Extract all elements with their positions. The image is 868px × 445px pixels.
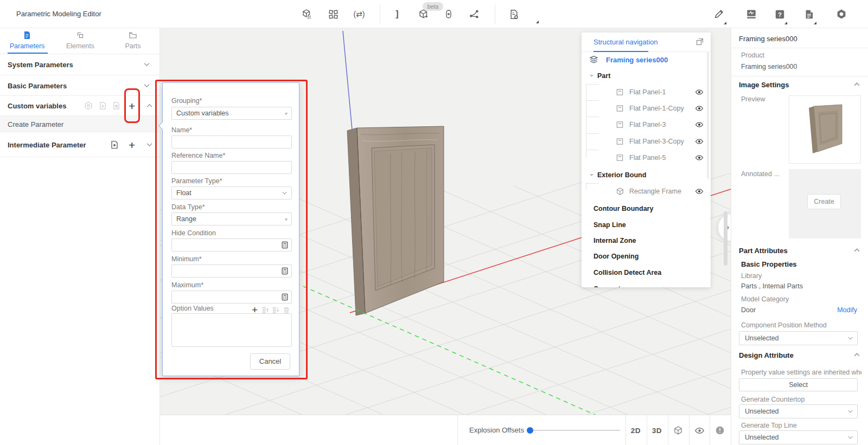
tab-parts[interactable]: Parts — [108, 31, 157, 50]
select-button[interactable]: Select — [739, 378, 858, 391]
document-log-icon[interactable] — [800, 5, 818, 23]
nav-title[interactable]: Structural navigation — [593, 38, 658, 46]
chevron-down-icon[interactable] — [143, 82, 150, 89]
grouping-select[interactable]: Custom variables ▾ — [171, 107, 292, 120]
intermediate-parameter-row[interactable]: Intermediate Parameter + — [0, 133, 160, 157]
file-star-icon[interactable] — [110, 140, 119, 149]
expand-panel-icon[interactable] — [695, 37, 704, 46]
section-custom-variables[interactable]: Custom variables + — [0, 96, 160, 115]
tree-item-rectangle-frame[interactable]: Rectangle Frame — [582, 183, 711, 199]
nav-group-exterior-bound[interactable]: Exterior Bound — [582, 167, 711, 183]
expander-triangle-icon[interactable] — [589, 173, 594, 178]
create-annotated-button[interactable]: Create — [807, 194, 841, 209]
delete-option-icon[interactable] — [283, 306, 290, 314]
cabinet-door-model[interactable] — [347, 126, 444, 315]
help-icon[interactable]: ? — [770, 5, 789, 23]
hide-condition-input[interactable] — [171, 238, 292, 251]
settings-nut-icon[interactable] — [832, 5, 851, 23]
edit-pencil-icon[interactable] — [710, 5, 728, 23]
move-option-up-icon[interactable] — [262, 306, 270, 314]
hexagon-gear-icon[interactable] — [84, 101, 93, 110]
maximum-input[interactable] — [171, 291, 292, 304]
minimum-input[interactable] — [171, 265, 292, 278]
add-parameter-button[interactable]: + — [129, 100, 135, 112]
reference-name-input[interactable] — [171, 161, 292, 174]
chevron-down-icon[interactable] — [146, 141, 153, 149]
visibility-eye-icon[interactable] — [695, 120, 704, 129]
cancel-button[interactable]: Cancel — [250, 353, 290, 370]
view-2d-button[interactable]: 2D — [626, 415, 646, 445]
tab-parameters[interactable]: Parameters — [3, 31, 52, 50]
component-library-icon[interactable] — [298, 5, 316, 23]
nav-scrollbar-thumb[interactable] — [707, 52, 709, 179]
file-star-icon[interactable] — [99, 102, 107, 110]
formula-calculator-icon[interactable] — [281, 293, 289, 301]
option-values-list[interactable] — [171, 313, 292, 347]
nav-group-snap-line[interactable]: Snap Line — [582, 217, 711, 233]
tab-elements[interactable]: Elements — [56, 31, 105, 50]
chevron-up-icon[interactable] — [853, 351, 860, 358]
section-system-parameters[interactable]: System Parameters — [0, 54, 160, 75]
nav-group-part[interactable]: Part — [582, 68, 711, 84]
part-attributes-header[interactable]: Part Attributes — [739, 247, 788, 255]
bracket-tool-icon[interactable]: ] — [388, 5, 406, 23]
move-option-down-icon[interactable] — [272, 306, 280, 314]
document-export-icon[interactable] — [505, 5, 523, 23]
data-type-select[interactable]: Range ▾ — [171, 212, 292, 225]
nav-group-contour-boundary[interactable]: Contour Boundary — [582, 201, 711, 217]
generate-countertop-select[interactable]: Unselected — [739, 404, 858, 418]
share-branch-icon[interactable] — [465, 5, 483, 23]
create-parameter-form: Grouping* Custom variables ▾ Name* Refer… — [162, 82, 299, 376]
tree-item-flat-panel[interactable]: Flat Panel-1-Copy — [582, 100, 711, 117]
section-basic-parameters[interactable]: Basic Parameters — [0, 75, 160, 96]
tree-item-flat-panel[interactable]: Flat Panel-3-Copy — [582, 133, 711, 150]
modify-link[interactable]: Modify — [837, 306, 857, 314]
active-tab-underline — [8, 53, 48, 54]
chevron-up-icon[interactable] — [853, 247, 860, 254]
create-parameter-row[interactable]: Create Parameter — [0, 115, 160, 132]
swap-axes-icon[interactable]: (⇄) — [350, 5, 368, 23]
chevron-up-icon[interactable] — [146, 102, 153, 109]
library-label: Library — [741, 272, 762, 280]
tree-item-flat-panel[interactable]: Flat Panel-3 — [582, 117, 711, 133]
warning-icon[interactable] — [710, 415, 730, 445]
tree-item-flat-panel[interactable]: Flat Panel-5 — [582, 150, 711, 166]
chevron-down-icon[interactable] — [143, 61, 150, 68]
tree-item-flat-panel[interactable]: Flat Panel-1 — [582, 84, 711, 100]
formula-calculator-icon[interactable] — [281, 267, 289, 275]
name-input[interactable] — [171, 136, 292, 149]
nav-group-internal-zone[interactable]: Internal Zone — [582, 233, 711, 249]
visibility-eye-icon[interactable] — [695, 88, 704, 96]
image-settings-header[interactable]: Image Settings — [739, 81, 789, 89]
elements-icon — [76, 34, 85, 41]
nav-root-item[interactable]: Framing series000 — [582, 51, 711, 68]
visibility-eye-icon[interactable] — [695, 104, 704, 113]
modules-grid-icon[interactable] — [324, 5, 342, 23]
explosion-slider-track[interactable] — [530, 430, 620, 431]
props-scrollbar-thumb[interactable] — [724, 211, 727, 266]
generate-topline-select[interactable]: Unselected — [739, 430, 858, 444]
preview-thumbnail[interactable] — [789, 95, 861, 164]
nav-group-collision-detect-area[interactable]: Collision Detect Area — [582, 265, 711, 281]
expander-triangle-icon[interactable] — [589, 74, 594, 79]
component-position-select[interactable]: Unselected — [739, 331, 858, 345]
svg-text:?: ? — [778, 11, 782, 17]
parameter-type-select[interactable]: Float — [171, 186, 292, 199]
add-intermediate-button[interactable]: + — [129, 139, 135, 151]
visibility-eye-icon[interactable] — [689, 415, 710, 445]
file-disabled-icon[interactable] — [112, 102, 120, 110]
nav-group-connector[interactable]: Connector — [582, 281, 711, 287]
visibility-eye-icon[interactable] — [695, 137, 704, 146]
formula-calculator-icon[interactable] — [281, 241, 289, 249]
explosion-slider-handle[interactable] — [527, 427, 533, 434]
design-attribute-header[interactable]: Design Attribute — [739, 351, 794, 359]
visibility-eye-icon[interactable] — [695, 187, 704, 196]
product-value: Framing series000 — [741, 63, 797, 70]
chevron-up-icon[interactable] — [853, 81, 860, 88]
item-label: Flat Panel-3 — [629, 121, 666, 128]
cube-view-icon[interactable] — [668, 415, 688, 445]
activity-monitor-icon[interactable] — [742, 5, 761, 23]
view-3d-button[interactable]: 3D — [647, 415, 667, 445]
visibility-eye-icon[interactable] — [695, 153, 704, 162]
nav-group-door-opening[interactable]: Door Opening — [582, 248, 711, 265]
